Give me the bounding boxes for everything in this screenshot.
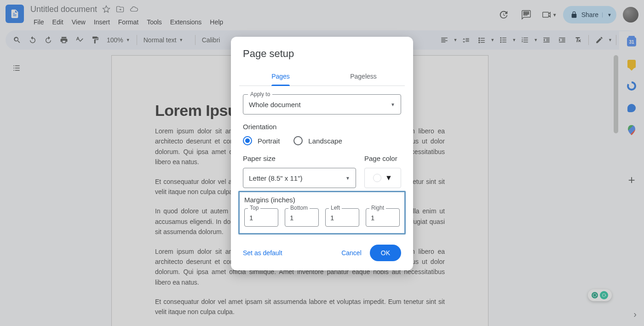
color-swatch: [373, 174, 381, 182]
margin-bottom-label: Bottom: [288, 205, 310, 211]
dialog-tabs: Pages Pageless: [239, 68, 405, 86]
margin-top-field: Top: [244, 208, 278, 227]
page-color-select[interactable]: ▼: [364, 168, 401, 188]
margin-right-input[interactable]: [366, 208, 400, 227]
set-as-default-button[interactable]: Set as default: [243, 249, 282, 257]
margin-right-label: Right: [369, 205, 386, 211]
margin-right-field: Right: [366, 208, 400, 227]
radio-icon: [243, 136, 252, 145]
tab-pageless[interactable]: Pageless: [322, 68, 405, 86]
orientation-portrait-radio[interactable]: Portrait: [243, 136, 280, 145]
margins-label: Margins (inches): [244, 196, 400, 204]
chevron-down-icon: ▼: [345, 176, 350, 181]
modal-overlay: Page setup Pages Pageless Apply to Whole…: [0, 0, 644, 326]
margin-top-input[interactable]: [244, 208, 278, 227]
radio-icon: [293, 136, 303, 145]
orientation-landscape-label: Landscape: [308, 137, 342, 145]
cancel-button[interactable]: Cancel: [341, 249, 362, 257]
margin-left-input[interactable]: [325, 208, 359, 227]
margin-left-field: Left: [325, 208, 359, 227]
paper-size-value: Letter (8.5" x 11"): [249, 174, 303, 182]
chevron-down-icon: ▼: [391, 102, 395, 107]
margin-top-label: Top: [248, 205, 260, 211]
page-setup-dialog: Page setup Pages Pageless Apply to Whole…: [231, 37, 413, 270]
margin-bottom-input[interactable]: [285, 208, 319, 227]
apply-to-label: Apply to: [248, 91, 272, 97]
margins-section-highlight: Margins (inches) Top Bottom Left: [238, 191, 406, 234]
paper-size-select[interactable]: Letter (8.5" x 11") ▼: [243, 168, 356, 188]
ok-button[interactable]: OK: [370, 245, 401, 261]
orientation-label: Orientation: [243, 123, 401, 131]
chevron-down-icon: ▼: [385, 174, 392, 182]
dialog-title: Page setup: [231, 48, 413, 64]
orientation-portrait-label: Portrait: [258, 137, 280, 145]
orientation-landscape-radio[interactable]: Landscape: [293, 136, 342, 145]
margin-bottom-field: Bottom: [285, 208, 319, 227]
page-color-label: Page color: [364, 154, 401, 162]
apply-to-select[interactable]: Apply to Whole document ▼: [243, 94, 401, 114]
apply-to-value: Whole document: [249, 101, 301, 109]
paper-size-label: Paper size: [243, 154, 356, 162]
tab-pages[interactable]: Pages: [239, 68, 322, 86]
margin-left-label: Left: [329, 205, 342, 211]
